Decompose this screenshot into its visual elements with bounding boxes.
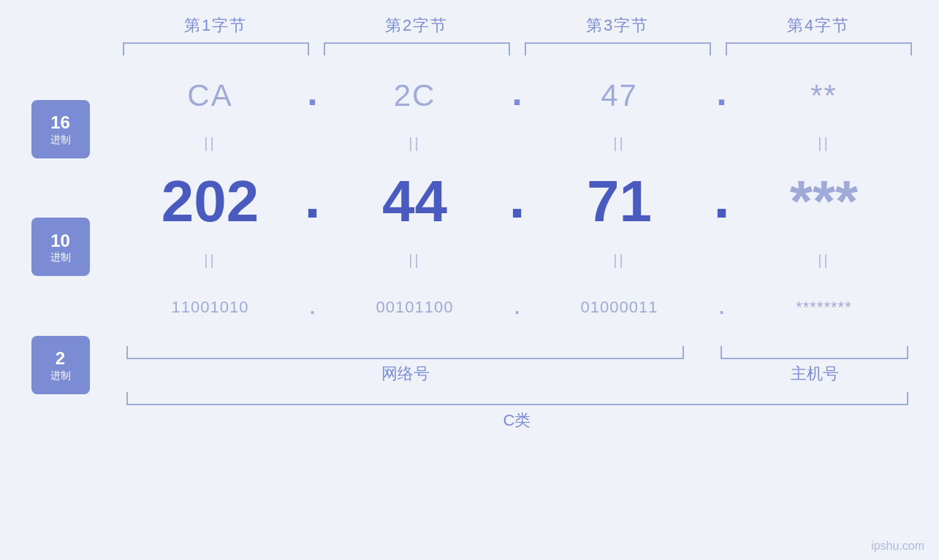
col-header-4: 第4字节 — [718, 15, 919, 42]
col-header-1: 第1字节 — [115, 15, 316, 42]
bracket-col4 — [726, 42, 912, 55]
dec-col2: 44 — [331, 168, 499, 235]
bin-dot2: . — [499, 296, 536, 319]
hex-dot2: . — [499, 70, 536, 121]
eq1-col1: || — [126, 135, 294, 152]
bracket-ctype — [126, 392, 908, 405]
bracket-network — [126, 346, 684, 359]
col-header-2: 第2字节 — [316, 15, 517, 42]
hex-col4: ** — [740, 78, 908, 113]
watermark: ipshu.com — [871, 540, 924, 553]
hex-dot3: . — [704, 70, 740, 121]
eq1-col4: || — [740, 135, 908, 152]
eq2-col1: || — [126, 252, 294, 269]
bracket-col3 — [525, 42, 711, 55]
dec-col3: 71 — [536, 168, 704, 235]
dec-col1: 202 — [126, 168, 294, 235]
bin-col1: 11001010 — [126, 298, 294, 317]
bin-label: 2 进制 — [31, 336, 90, 394]
bracket-host — [721, 346, 908, 359]
eq2-col2: || — [331, 252, 499, 269]
bin-col4: ******** — [740, 298, 908, 317]
eq2-col4: || — [740, 252, 908, 269]
dec-dot1: . — [294, 164, 331, 239]
bin-col2: 00101100 — [331, 298, 499, 317]
dec-label: 10 进制 — [31, 218, 90, 276]
dec-dot3: . — [704, 164, 740, 239]
hex-dot1: . — [294, 70, 331, 121]
hex-col1: CA — [126, 78, 294, 113]
dec-col4: *** — [740, 168, 908, 235]
hex-col3: 47 — [536, 78, 704, 113]
dec-dot2: . — [499, 164, 536, 239]
hex-label: 16 进制 — [31, 100, 90, 158]
ctype-label: C类 — [126, 410, 908, 431]
eq2-col3: || — [536, 252, 704, 269]
hex-col2: 2C — [331, 78, 499, 113]
bin-col3: 01000011 — [536, 298, 704, 317]
eq1-col2: || — [331, 135, 499, 152]
network-label: 网络号 — [126, 363, 685, 385]
bin-dot1: . — [294, 296, 331, 319]
host-label: 主机号 — [722, 363, 908, 385]
bin-dot3: . — [704, 296, 740, 319]
eq1-col3: || — [536, 135, 704, 152]
bracket-col1 — [123, 42, 309, 55]
col-header-3: 第3字节 — [517, 15, 718, 42]
bracket-col2 — [324, 42, 510, 55]
